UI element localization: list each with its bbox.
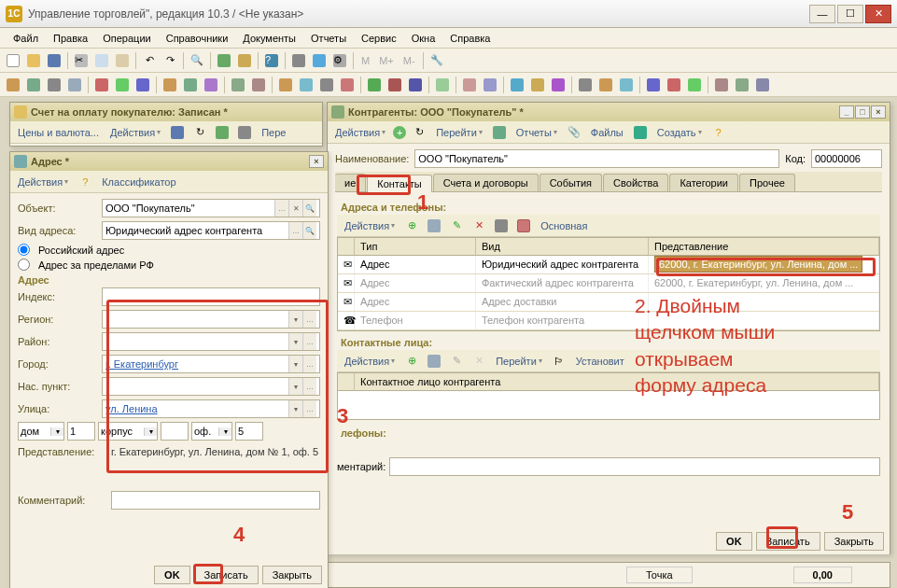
save-icon[interactable]: [45, 51, 63, 70]
addr-of-dd[interactable]: оф.▾: [191, 422, 232, 441]
help-icon[interactable]: ?: [262, 51, 281, 70]
addr-korpus-input[interactable]: [161, 422, 189, 441]
inv-post-icon[interactable]: [213, 123, 231, 142]
addr-radio-abroad[interactable]: [18, 259, 30, 271]
cp-code-input[interactable]: [815, 150, 897, 167]
tb2-icon-24[interactable]: [528, 76, 547, 94]
tb2-icon-26[interactable]: [576, 76, 595, 94]
tb2-icon-14[interactable]: [297, 76, 315, 94]
tb2-icon-18[interactable]: [385, 76, 404, 94]
addr-kind-input[interactable]: [105, 222, 288, 239]
addr-object-input[interactable]: [105, 200, 274, 217]
new-icon[interactable]: [4, 51, 22, 70]
menu-windows[interactable]: Окна: [406, 31, 441, 46]
search-icon[interactable]: 🔍: [188, 51, 206, 70]
tb2-icon-1[interactable]: [4, 76, 22, 94]
menu-catalogs[interactable]: Справочники: [161, 31, 234, 46]
tb2-icon-2[interactable]: [24, 76, 43, 94]
inv-actions[interactable]: Действия▾: [106, 125, 164, 140]
menu-edit[interactable]: Правка: [48, 31, 93, 46]
addr-street-input[interactable]: ул. Ленина: [105, 403, 288, 414]
tb2-icon-15[interactable]: [317, 76, 336, 94]
cp-go[interactable]: Перейти▾: [432, 125, 486, 140]
tb2-icon-17[interactable]: [365, 76, 384, 94]
addr-actions[interactable]: Действия▾: [14, 175, 72, 189]
tb2-icon-16[interactable]: [338, 76, 357, 94]
addr-korpus-dd[interactable]: корпус▾: [98, 422, 158, 441]
cp2-edit-icon[interactable]: ✎: [447, 352, 466, 371]
inv-report-icon[interactable]: [235, 123, 254, 142]
cp-create-icon[interactable]: [631, 123, 650, 142]
tab-categories[interactable]: Категории: [669, 174, 738, 191]
addr-district-input[interactable]: [105, 333, 288, 350]
menu-file[interactable]: Файл: [7, 31, 44, 46]
cp-row-edit-icon[interactable]: ✎: [447, 217, 466, 235]
menu-documents[interactable]: Документы: [237, 31, 301, 46]
settl-sel[interactable]: …: [302, 378, 316, 395]
cp-report-icon[interactable]: [490, 123, 509, 142]
tab-other[interactable]: Прочее: [739, 174, 795, 191]
tb2-icon-13[interactable]: [276, 76, 295, 94]
redo-icon[interactable]: ↷: [161, 51, 179, 70]
grid-row-3[interactable]: ☎ Телефон Телефон контрагента: [338, 312, 879, 330]
addr-radio-ru[interactable]: [18, 244, 30, 256]
tb2-icon-3[interactable]: [45, 76, 63, 94]
table-icon[interactable]: [310, 51, 329, 70]
cp-close-button[interactable]: Закрыть: [824, 532, 884, 551]
cp2-delete-icon[interactable]: ✕: [470, 352, 488, 371]
addr-house-input[interactable]: [67, 422, 95, 441]
close-button[interactable]: ✕: [865, 5, 891, 23]
tb2-icon-27[interactable]: [596, 76, 615, 94]
cp2-add-icon[interactable]: ⊕: [402, 352, 421, 371]
tb2-icon-23[interactable]: [508, 76, 526, 94]
tb2-icon-12[interactable]: [249, 76, 268, 94]
addr-index-input[interactable]: [105, 288, 316, 305]
undo-icon[interactable]: ↶: [140, 51, 159, 70]
cp-save-button[interactable]: Записать: [756, 532, 820, 551]
addr-region-input[interactable]: [105, 311, 288, 328]
grid-row-0[interactable]: ✉ Адрес Юридический адрес контрагента 62…: [338, 256, 879, 274]
grid-icon[interactable]: [289, 51, 308, 70]
street-sel[interactable]: …: [302, 400, 316, 417]
cp-row-copy-icon[interactable]: [425, 217, 443, 235]
tb2-icon-25[interactable]: [549, 76, 568, 94]
select-btn[interactable]: …: [274, 200, 288, 217]
cp-maximize[interactable]: □: [855, 105, 870, 119]
tb2-icon-22[interactable]: [481, 76, 499, 94]
region-dd[interactable]: ▾: [288, 311, 302, 328]
menu-reports[interactable]: Отчеты: [305, 31, 352, 46]
addr-city-input[interactable]: г. Екатеринбург: [105, 358, 288, 370]
addr-close-button[interactable]: Закрыть: [262, 566, 322, 584]
city-sel[interactable]: …: [302, 356, 316, 372]
tb2-icon-19[interactable]: [406, 76, 425, 94]
tb2-icon-32[interactable]: [712, 76, 731, 94]
cp-inner-actions[interactable]: Действия▾: [341, 218, 399, 233]
tab-accounts[interactable]: Счета и договоры: [433, 174, 539, 191]
tb2-icon-20[interactable]: [433, 76, 452, 94]
tab-properties[interactable]: Свойства: [603, 174, 668, 191]
cp-comment-input[interactable]: [393, 458, 876, 475]
minimize-button[interactable]: —: [809, 5, 835, 23]
addr-close[interactable]: ×: [309, 155, 324, 168]
cp-clip-icon[interactable]: 📎: [565, 123, 583, 142]
tb2-icon-9[interactable]: [181, 76, 200, 94]
cp2-copy-icon[interactable]: [425, 352, 443, 371]
tb2-icon-34[interactable]: [753, 76, 772, 94]
district-sel[interactable]: …: [302, 333, 316, 350]
inv-save-icon[interactable]: [168, 123, 187, 142]
addr-settlement-input[interactable]: [105, 378, 288, 395]
cp-refresh-icon[interactable]: ↻: [410, 123, 428, 142]
tb2-icon-33[interactable]: [733, 76, 751, 94]
tb2-icon-30[interactable]: [665, 76, 683, 94]
tb2-icon-10[interactable]: [202, 76, 220, 94]
street-dd[interactable]: ▾: [288, 400, 302, 417]
grid-row-1[interactable]: ✉ Адрес Фактический адрес контрагента 62…: [338, 274, 879, 293]
cp2-go[interactable]: Перейти▾: [492, 354, 546, 369]
calendar-icon[interactable]: [235, 51, 254, 70]
inv-refresh-icon[interactable]: ↻: [190, 123, 209, 142]
cp-row-delete-icon[interactable]: ✕: [470, 217, 488, 235]
open-icon[interactable]: [24, 51, 43, 70]
menu-help[interactable]: Справка: [444, 31, 496, 46]
tb2-icon-31[interactable]: [685, 76, 704, 94]
cut-icon[interactable]: ✂: [72, 51, 91, 70]
